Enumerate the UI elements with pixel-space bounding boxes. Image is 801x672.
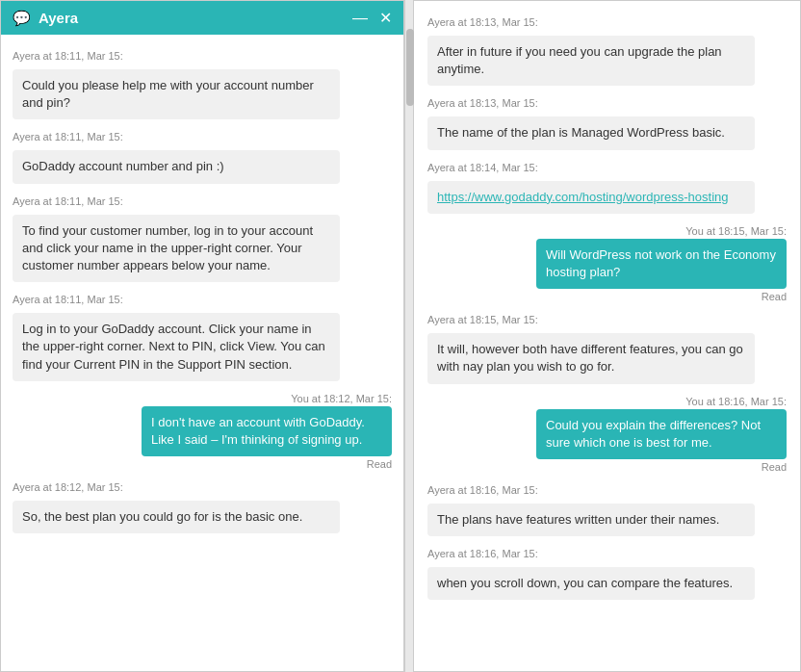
header-controls: — ✕ [352,9,392,27]
timestamp: Ayera at 18:15, Mar 15: [427,314,787,325]
agent-message: The plans have features written under th… [427,504,755,536]
timestamp: You at 18:12, Mar 15: [291,393,392,404]
minimize-button[interactable]: — [352,10,368,27]
timestamp: Ayera at 18:13, Mar 15: [427,97,787,109]
user-message: Will WordPress not work on the Economy h… [536,239,787,289]
timestamp: Ayera at 18:14, Mar 15: [427,162,787,173]
timestamp: Ayera at 18:12, Mar 15: [13,481,392,493]
chat-header: 💬 Ayera — ✕ [1,1,403,35]
timestamp: Ayera at 18:13, Mar 15: [427,16,787,28]
user-message: I don't have an account with GoDaddy. Li… [142,406,392,456]
user-message-row: You at 18:15, Mar 15: Will WordPress not… [427,220,787,302]
chat-icon: 💬 [13,10,31,27]
read-status: Read [762,461,787,473]
agent-message: when you scroll down, you can compare th… [427,567,755,600]
timestamp: You at 18:16, Mar 15: [685,396,787,407]
left-messages-area: Ayera at 18:11, Mar 15: Could you please… [1,35,403,671]
timestamp: Ayera at 18:16, Mar 15: [427,484,787,496]
agent-message: Log in to your GoDaddy account. Click yo… [13,313,340,381]
agent-message: It will, however both have different fea… [427,333,755,383]
user-message-row: You at 18:16, Mar 15: Could you explain … [427,390,787,473]
chat-title-area: 💬 Ayera [13,10,78,27]
close-button[interactable]: ✕ [379,9,392,27]
timestamp: Ayera at 18:16, Mar 15: [427,548,787,559]
right-chat-panel: Ayera at 18:13, Mar 15: After in future … [414,0,801,672]
user-message: Could you explain the differences? Not s… [536,409,787,459]
agent-message: GoDaddy account number and pin :) [13,150,340,183]
agent-message: The name of the plan is Managed WordPres… [427,116,755,149]
chat-title: Ayera [39,10,78,26]
timestamp: Ayera at 18:11, Mar 15: [13,131,392,142]
timestamp: Ayera at 18:11, Mar 15: [13,294,392,305]
chat-link[interactable]: https://www.godaddy.com/hosting/wordpres… [437,190,729,204]
agent-message: So, the best plan you could go for is th… [13,501,340,533]
agent-message: Could you please help me with your accou… [13,69,340,119]
left-chat-panel: 💬 Ayera — ✕ Ayera at 18:11, Mar 15: Coul… [0,0,404,672]
agent-message: To find your customer number, log in to … [13,215,340,283]
agent-message-link: https://www.godaddy.com/hosting/wordpres… [427,181,755,214]
read-status: Read [367,458,392,470]
timestamp: Ayera at 18:11, Mar 15: [13,195,392,207]
read-status: Read [762,291,787,302]
timestamp: You at 18:15, Mar 15: [685,225,787,237]
agent-message: After in future if you need you can upgr… [427,36,755,86]
user-message-row: You at 18:12, Mar 15: I don't have an ac… [13,387,392,470]
timestamp: Ayera at 18:11, Mar 15: [13,50,392,62]
